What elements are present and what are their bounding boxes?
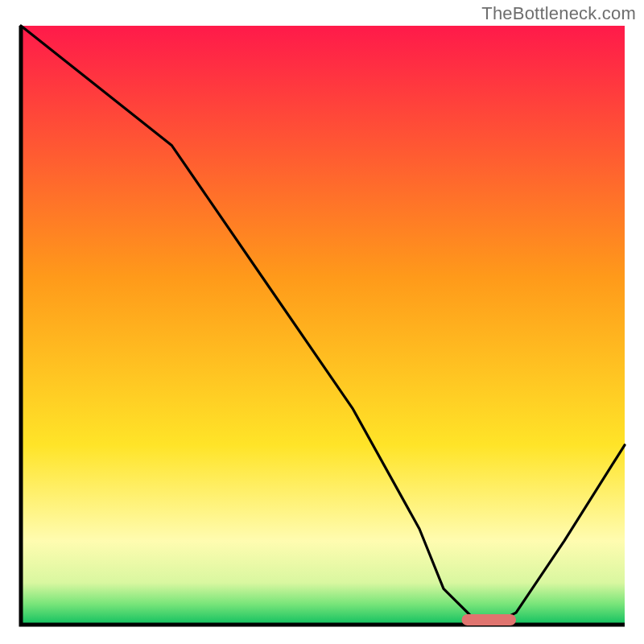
- plot-background: [21, 26, 625, 625]
- sweet-spot-marker: [462, 614, 517, 625]
- chart-root: TheBottleneck.com: [0, 0, 644, 644]
- bottleneck-chart: [0, 0, 644, 644]
